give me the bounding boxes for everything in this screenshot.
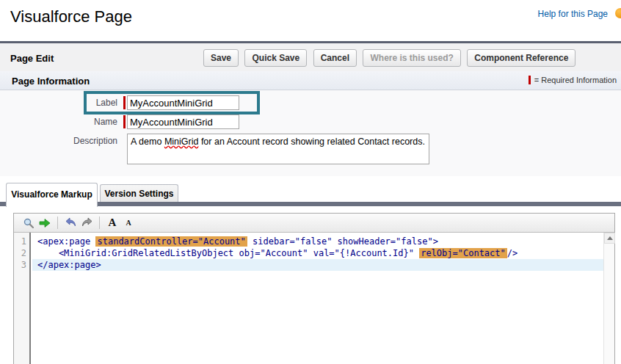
highlighted-code: relObj="Contact": [419, 248, 507, 258]
help-link[interactable]: Help for this Page: [538, 9, 608, 19]
undo-icon[interactable]: [62, 216, 79, 230]
where-is-this-used-button: Where is this used?: [363, 49, 460, 67]
code-line-1: 1 <apex:page standardController="Account…: [14, 236, 614, 247]
name-input[interactable]: [127, 114, 239, 129]
spacer: [0, 176, 621, 182]
page-title: Visualforce Page: [10, 7, 132, 26]
toolbar-separator: [99, 216, 100, 229]
description-field-row: Description A demo MiniGrid for an Accou…: [0, 134, 621, 164]
redo-icon[interactable]: [79, 216, 95, 230]
line-number: 1: [14, 236, 29, 247]
description-field-label: Description: [0, 136, 117, 146]
visualforce-page-editor: Visualforce Page Help for this Page Page…: [0, 0, 621, 364]
action-buttons: Save Quick Save Cancel Where is this use…: [203, 49, 578, 67]
tab-version-settings[interactable]: Version Settings: [100, 184, 178, 202]
line-number: 2: [14, 247, 29, 259]
font-decrease-icon[interactable]: A: [120, 216, 137, 230]
markup-panel: A A 1 <apex:page standardController="Acc…: [0, 206, 621, 364]
code-area[interactable]: 1 <apex:page standardController="Account…: [14, 233, 614, 364]
code-line-2: 2 <MiniGrid:GridRelatedListByObject obj=…: [14, 247, 614, 259]
quick-save-button[interactable]: Quick Save: [244, 49, 307, 67]
label-field-row: Label: [0, 95, 621, 110]
search-icon[interactable]: [21, 216, 37, 230]
code-text: <apex:page standardController="Account" …: [32, 236, 614, 247]
arrow-up-icon: [607, 236, 613, 240]
required-marker-icon: [123, 96, 126, 109]
toolbar-separator: [57, 216, 58, 229]
highlighted-code: standardController="Account": [95, 236, 247, 247]
line-number: 3: [14, 259, 29, 271]
label-field-label: Label: [0, 98, 117, 108]
label-input[interactable]: [127, 95, 239, 110]
section-title: Page Information: [12, 76, 90, 87]
scroll-up-button[interactable]: [604, 233, 615, 244]
description-textarea[interactable]: A demo MiniGrid for an Account record sh…: [127, 134, 429, 164]
code-text: <MiniGrid:GridRelatedListByObject obj="A…: [32, 247, 614, 259]
tab-strip: Visualforce Markup Version Settings: [0, 182, 621, 206]
go-to-line-icon[interactable]: [37, 216, 53, 230]
tab-visualforce-markup[interactable]: Visualforce Markup: [6, 183, 98, 207]
page-information-form: Label Name Description A demo MiniGrid f…: [0, 90, 621, 176]
required-marker-icon: [123, 115, 126, 128]
description-text: for an Account record showing related Co…: [198, 136, 425, 147]
description-misspelled-word: MiniGrid: [164, 136, 199, 147]
page-edit-title: Page Edit: [10, 53, 54, 64]
component-reference-button[interactable]: Component Reference: [467, 49, 575, 67]
code-text: </apex:page>: [32, 259, 614, 271]
code-line-3: 3 </apex:page>: [14, 259, 614, 271]
description-text: A demo: [131, 136, 164, 147]
editor-scrollbar[interactable]: [603, 233, 614, 364]
page-edit-bar: Page Edit Save Quick Save Cancel Where i…: [0, 41, 621, 71]
page-information-header: Page Information = Required Information: [0, 71, 621, 90]
name-field-label: Name: [0, 117, 117, 127]
required-note-text: = Required Information: [534, 76, 617, 84]
name-field-row: Name: [0, 114, 621, 129]
code-editor: A A 1 <apex:page standardController="Acc…: [13, 213, 615, 364]
cancel-button[interactable]: Cancel: [313, 49, 357, 67]
font-increase-icon[interactable]: A: [104, 216, 120, 230]
top-header: Visualforce Page Help for this Page: [0, 0, 621, 41]
required-marker-icon: [529, 76, 531, 84]
help-icon[interactable]: [615, 8, 621, 18]
required-information-note: = Required Information: [529, 76, 617, 84]
editor-toolbar: A A: [14, 214, 614, 233]
save-button[interactable]: Save: [203, 49, 239, 67]
